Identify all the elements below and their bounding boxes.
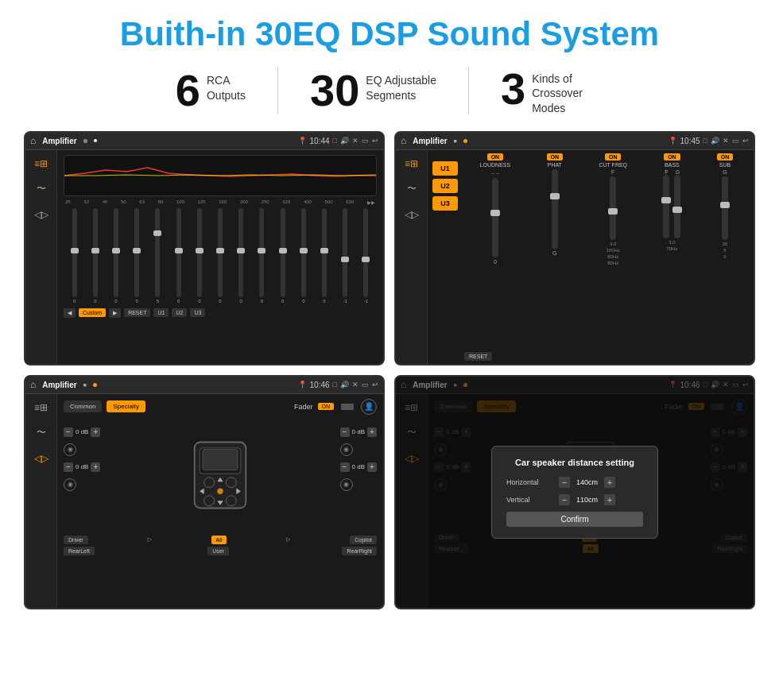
eq-icon2[interactable]: ≡⊞ (402, 157, 421, 171)
plus-btn-3[interactable]: + (367, 427, 377, 437)
minus-btn-1[interactable]: − (64, 427, 73, 437)
sub-on[interactable]: ON (717, 153, 734, 160)
speaker-icon3[interactable]: ◁▷ (32, 451, 51, 466)
phat-slider[interactable] (552, 169, 558, 249)
vertical-plus[interactable]: + (604, 494, 615, 505)
db-row-3: − 0 dB + (340, 427, 377, 437)
eq-col-1: 0 (86, 208, 104, 304)
u1-btn[interactable]: U1 (432, 161, 458, 176)
eq-col-4: 5 (149, 208, 167, 304)
eq-col-9: 0 (253, 208, 271, 304)
minus-btn-3[interactable]: − (340, 427, 350, 437)
cutfreq-on[interactable]: ON (605, 153, 622, 160)
wave-icon2[interactable]: 〜 (402, 182, 421, 196)
plus-btn-2[interactable]: + (91, 462, 100, 472)
all-btn[interactable]: All (211, 536, 227, 544)
common-tab[interactable]: Common (64, 400, 102, 412)
user-btn[interactable]: User (207, 547, 229, 555)
screen3-content: ≡⊞ 〜 ◁▷ Common Specialty Fader ON 👤 (25, 394, 383, 608)
cutfreq-slider-f[interactable] (610, 176, 616, 240)
eq-col-11: 0 (294, 208, 312, 304)
eq-col-6: 0 (190, 208, 208, 304)
main-title: Buith-in 30EQ DSP Sound System (24, 16, 755, 52)
horizontal-plus[interactable]: + (604, 477, 615, 488)
horizontal-label: Horizontal (506, 478, 554, 486)
copilot-btn[interactable]: Copilot (350, 536, 377, 544)
eq-freq-labels: 2532405063 80100125160200 25032040050063… (64, 199, 377, 205)
location-icon2: 📍 (669, 137, 677, 145)
eq-icon[interactable]: ≡⊞ (32, 157, 51, 171)
minus-btn-4[interactable]: − (340, 462, 350, 472)
screen3-sidebar: ≡⊞ 〜 ◁▷ (25, 394, 57, 608)
home-icon2[interactable]: ⌂ (401, 135, 406, 146)
vertical-row: Vertical − 110cm + (506, 494, 643, 505)
location-icon3: 📍 (298, 381, 307, 389)
eq-col-14: -1 (357, 208, 375, 304)
fader-on[interactable]: ON (318, 403, 335, 410)
rearright-btn[interactable]: RearRight (342, 547, 377, 555)
eq-u3-btn[interactable]: U3 (190, 308, 205, 317)
phat-on[interactable]: ON (547, 153, 564, 160)
close-icon: ✕ (352, 137, 358, 145)
vertical-ctrl: − 110cm + (559, 494, 615, 505)
sub-ctrl: ON SUB G 20 5 0 (717, 153, 734, 265)
left-controls: − 0 dB + ◉ − 0 dB + ◉ (64, 420, 100, 491)
bass-on[interactable]: ON (664, 153, 680, 160)
home-icon[interactable]: ⌂ (30, 135, 36, 146)
screen-crossover: ⌂ Amplifier ■ 📍 10:45 □ 🔊 ✕ ▭ ↩ ≡⊞ (394, 131, 755, 365)
eq-reset-btn[interactable]: RESET (124, 308, 150, 317)
back-icon3[interactable]: ↩ (372, 381, 378, 389)
confirm-btn[interactable]: Confirm (506, 512, 643, 527)
battery-icon2: ▭ (732, 137, 739, 145)
loudness-slider[interactable] (492, 178, 498, 257)
u3-btn[interactable]: U3 (432, 196, 458, 211)
specialty-tab[interactable]: Specialty (107, 400, 145, 412)
speaker-icon2[interactable]: ◁▷ (402, 207, 421, 222)
vertical-label: Vertical (506, 496, 554, 504)
eq-u2-btn[interactable]: U2 (172, 308, 187, 317)
status-sq3: ■ (83, 382, 87, 388)
screenshots-grid: ⌂ Amplifier 📍 10:44 □ 🔊 ✕ ▭ ↩ ≡⊞ (24, 131, 755, 609)
screen2-topbar: ⌂ Amplifier ■ 📍 10:45 □ 🔊 ✕ ▭ ↩ (396, 133, 754, 150)
fader-slider-thumb[interactable] (341, 404, 354, 410)
db-row-1: − 0 dB + (64, 427, 100, 437)
speaker-right-2: ◉ (340, 478, 353, 491)
loudness-on[interactable]: ON (487, 153, 504, 160)
bass-slider-g[interactable] (674, 175, 680, 238)
driver-btn[interactable]: Driver (64, 536, 88, 544)
reset-row: RESET (464, 352, 749, 361)
speaker-icon-side[interactable]: ◁▷ (32, 207, 51, 222)
home-icon3[interactable]: ⌂ (30, 379, 36, 390)
camera-icon3: □ (333, 381, 337, 389)
u2-btn[interactable]: U2 (432, 179, 458, 193)
cutfreq-ctrl: ON CUT FREQ F 3.0 100Hz 90Hz 80Hz (599, 153, 627, 265)
screen3-title: Amplifier (42, 381, 76, 389)
reset-btn[interactable]: RESET (464, 352, 492, 361)
minus-btn-2[interactable]: − (64, 462, 73, 472)
eq-play-btn[interactable]: ▶ (109, 308, 121, 318)
back-icon2[interactable]: ↩ (742, 137, 749, 145)
rearleft-btn[interactable]: RearLeft (64, 547, 95, 555)
screen1-topbar: ⌂ Amplifier 📍 10:44 □ 🔊 ✕ ▭ ↩ (25, 133, 383, 150)
dialog-overlay: Car speaker distance setting Horizontal … (396, 377, 754, 608)
horizontal-minus[interactable]: − (559, 477, 570, 488)
eq-sliders: 0 0 0 0 (64, 208, 377, 304)
eq-custom-btn[interactable]: Custom (79, 308, 106, 317)
eq-curve-area (64, 155, 377, 196)
vertical-minus[interactable]: − (559, 494, 570, 505)
wave-icon3[interactable]: 〜 (32, 426, 51, 440)
eq-prev-btn[interactable]: ◀ (64, 308, 76, 318)
plus-btn-1[interactable]: + (91, 427, 100, 437)
sub-slider[interactable] (722, 176, 728, 240)
wave-icon[interactable]: 〜 (32, 182, 51, 196)
battery-icon3: ▭ (362, 381, 369, 389)
bass-slider-f[interactable] (663, 175, 669, 238)
back-icon[interactable]: ↩ (372, 137, 378, 145)
car-diagram (107, 420, 333, 531)
eq-u1-btn[interactable]: U1 (153, 308, 169, 317)
eq-icon3[interactable]: ≡⊞ (32, 400, 51, 415)
plus-btn-4[interactable]: + (367, 462, 377, 472)
stat-label-rca: RCAOutputs (207, 68, 246, 102)
eq-col-12: 0 (315, 208, 333, 304)
db-row-4: − 0 dB + (340, 462, 377, 472)
